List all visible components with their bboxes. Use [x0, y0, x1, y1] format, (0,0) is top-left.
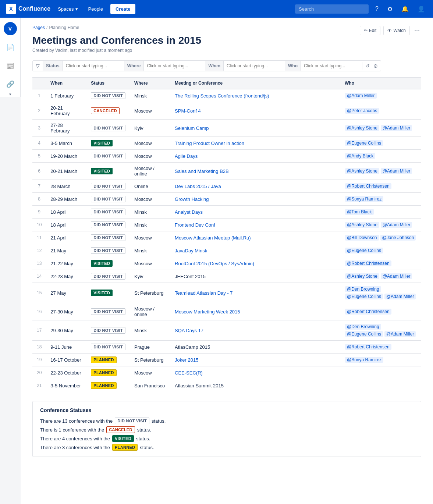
conference-link[interactable]: Growth Hacking [175, 196, 209, 202]
conference-name: Atlassian Summit 2015 [175, 383, 224, 388]
row-number: 14 [32, 270, 46, 283]
person-tag[interactable]: @Eugene Collins [345, 294, 383, 299]
status-filter-input[interactable] [63, 61, 124, 71]
col-where: Where [130, 78, 170, 89]
conference-link[interactable]: Agile Days [175, 153, 198, 159]
row-meeting: SPM-Conf 4 [170, 102, 340, 120]
person-tag[interactable]: @Andy Black [345, 153, 375, 159]
conference-link[interactable]: RootConf 2015 (DevOps / SysAdmin) [175, 261, 254, 266]
people-nav[interactable]: People [85, 5, 106, 13]
person-tag[interactable]: @Robert Christensen [345, 309, 391, 315]
sidebar-blog-icon[interactable]: 📰 [4, 60, 17, 72]
sidebar-pages-icon[interactable]: 📄 [4, 41, 17, 54]
person-tag[interactable]: @Robert Christensen [345, 183, 391, 189]
conference-link[interactable]: CEE-SEC(R) [175, 370, 203, 376]
sidebar-shortcuts-icon[interactable]: 🔗 [4, 78, 17, 90]
filter-clear-button[interactable]: ⊘ [372, 62, 379, 70]
conference-link[interactable]: Training Product Owner in action [175, 141, 244, 146]
row-number: 1 [32, 89, 46, 102]
conference-link[interactable]: Analyst Days [175, 209, 203, 215]
conference-link[interactable]: Moscow Marketing Week 2015 [175, 309, 240, 315]
row-who: @Tom Black [340, 206, 421, 219]
filter-reset-button[interactable]: ↺ [364, 62, 371, 70]
person-tag[interactable]: @Robert Christensen [345, 344, 391, 350]
person-tag[interactable]: @Den Browning [345, 286, 381, 292]
settings-button[interactable]: ⚙ [385, 4, 395, 14]
conference-link[interactable]: Frontend Dev Conf [175, 222, 215, 228]
row-who: @Den Browning@Eugene Collins@Adam Miller [340, 320, 421, 341]
row-where: Moscow [130, 366, 170, 379]
person-tag[interactable]: @Ashley Stone [345, 273, 379, 279]
person-tag[interactable]: @Adam Miller [381, 222, 412, 228]
person-tag[interactable]: @Adam Miller [345, 93, 377, 99]
person-tag[interactable]: @Adam Miller [384, 331, 416, 337]
person-tag[interactable]: @Sonya Ramirez [345, 196, 383, 202]
row-meeting: Moscow Atlassian Meetup (Mail.Ru) [170, 231, 340, 244]
person-tag[interactable]: @Eugene Collins [345, 140, 383, 146]
breadcrumb-pages[interactable]: Pages [32, 25, 45, 30]
person-tag[interactable]: @Adam Miller [381, 273, 412, 279]
person-tag[interactable]: @Eugene Collins [345, 331, 383, 337]
status-summary-line: There are 4 conferences with the VISITED… [40, 435, 414, 442]
row-status: DID NOT VISIT [86, 193, 130, 206]
app-name: Confluence [18, 6, 50, 12]
person-tag[interactable]: @Peter Jacobs [345, 108, 379, 114]
when-filter-input[interactable] [224, 61, 285, 71]
row-meeting: Growth Hacking [170, 193, 340, 206]
filter-actions: ↺ ⊘ [362, 62, 381, 70]
conference-link[interactable]: SQA Days 17 [175, 328, 203, 333]
person-tag[interactable]: @Ashley Stone [345, 222, 379, 228]
person-tag[interactable]: @Sonya Ramirez [345, 357, 383, 363]
person-tag[interactable]: @Bill Downson [345, 235, 379, 241]
conference-link[interactable]: Joker 2015 [175, 357, 198, 363]
person-tag[interactable]: @Robert Christensen [345, 260, 391, 266]
conference-link[interactable]: SPM-Conf 4 [175, 108, 201, 114]
conference-link[interactable]: Selenium Camp [175, 125, 209, 131]
row-number: 19 [32, 354, 46, 366]
row-who: @Robert Christensen [340, 341, 421, 354]
create-button[interactable]: Create [110, 4, 135, 14]
row-meeting: SQA Days 17 [170, 320, 340, 341]
more-actions-button[interactable]: ··· [413, 25, 421, 36]
conference-link[interactable]: Sales and Marketing B2B [175, 168, 229, 174]
person-tag[interactable]: @Adam Miller [381, 125, 412, 131]
conference-link[interactable]: Dev Labs 2015 / Java [175, 184, 221, 189]
person-tag[interactable]: @Den Browning [345, 324, 381, 330]
spaces-menu[interactable]: Spaces ▾ [55, 5, 81, 13]
summary-text-after: status. [152, 418, 166, 424]
person-tag[interactable]: @Ashley Stone [345, 125, 379, 131]
conference-link[interactable]: Teamlead Atlassian Day - 7 [175, 290, 233, 296]
row-status: VISITED [86, 163, 130, 180]
conferences-table: When Status Where Meeting or Conference … [32, 77, 421, 392]
edit-button[interactable]: ✏ Edit [360, 26, 381, 35]
row-meeting: RootConf 2015 (DevOps / SysAdmin) [170, 257, 340, 270]
filter-icon: ▽ [33, 61, 43, 71]
global-search[interactable] [295, 4, 369, 14]
app-logo[interactable]: X Confluence [6, 4, 50, 14]
row-meeting: Frontend Dev Conf [170, 219, 340, 231]
row-status: DID NOT VISIT [86, 180, 130, 193]
conference-link[interactable]: Moscow Atlassian Meetup (Mail.Ru) [175, 235, 251, 241]
person-tag[interactable]: @Jane Johnson [380, 235, 416, 241]
person-tag[interactable]: @Ashley Stone [345, 168, 379, 174]
who-filter-input[interactable] [301, 61, 362, 71]
sidebar-avatar[interactable]: V [4, 22, 17, 35]
conference-link[interactable]: The Rolling Scopes Conference (frontend/… [175, 93, 269, 99]
row-meeting: Analyst Days [170, 206, 340, 219]
person-tag[interactable]: @Eugene Collins [345, 248, 383, 253]
row-when: 27-30 May [46, 303, 86, 320]
row-who: @Ashley Stone@Adam Miller [340, 270, 421, 283]
person-tag[interactable]: @Adam Miller [384, 294, 416, 299]
person-tag[interactable]: @Tom Black [345, 209, 374, 215]
row-who: @Peter Jacobs [340, 102, 421, 120]
row-status: PLANNED [86, 354, 130, 366]
watch-button[interactable]: 👁 Watch [383, 26, 410, 35]
where-filter-input[interactable] [144, 61, 205, 71]
row-when: 29-30 May [46, 320, 86, 341]
help-button[interactable]: ? [373, 4, 381, 14]
profile-button[interactable]: 👤 [415, 4, 427, 14]
row-meeting: The Rolling Scopes Conference (frontend/… [170, 89, 340, 102]
notifications-button[interactable]: 🔔 [399, 4, 411, 14]
person-tag[interactable]: @Adam Miller [381, 168, 412, 174]
conference-link[interactable]: JavaDay Minsk [175, 248, 207, 253]
